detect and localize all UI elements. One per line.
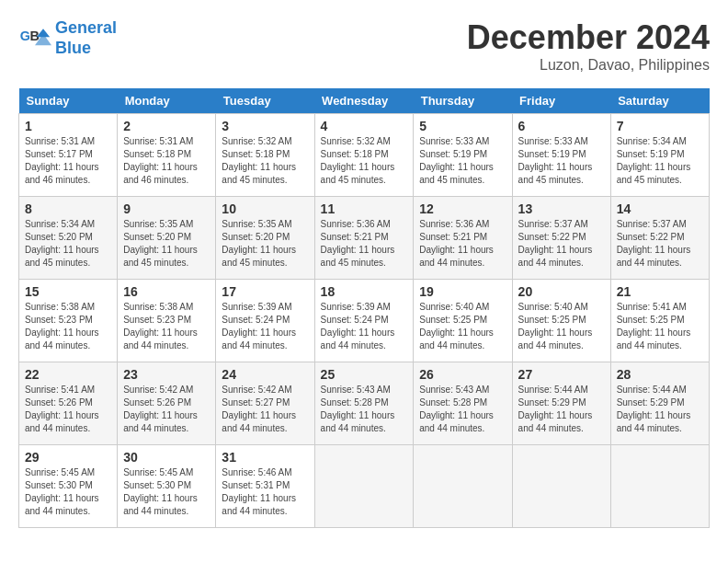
calendar-cell bbox=[314, 445, 414, 528]
day-number: 24 bbox=[222, 367, 308, 382]
day-info: Sunrise: 5:39 AMSunset: 5:24 PMDaylight:… bbox=[222, 301, 308, 352]
calendar-cell: 17Sunrise: 5:39 AMSunset: 5:24 PMDayligh… bbox=[216, 280, 314, 362]
calendar-week-3: 15Sunrise: 5:38 AMSunset: 5:23 PMDayligh… bbox=[19, 280, 710, 362]
calendar-cell bbox=[414, 445, 512, 528]
logo-blue: Blue bbox=[55, 39, 91, 57]
day-info: Sunrise: 5:42 AMSunset: 5:26 PMDaylight:… bbox=[123, 384, 210, 435]
day-number: 8 bbox=[25, 201, 111, 216]
day-info: Sunrise: 5:36 AMSunset: 5:21 PMDaylight:… bbox=[321, 218, 408, 270]
day-info: Sunrise: 5:32 AMSunset: 5:18 PMDaylight:… bbox=[222, 135, 308, 187]
day-number: 16 bbox=[123, 284, 210, 299]
calendar-cell: 11Sunrise: 5:36 AMSunset: 5:21 PMDayligh… bbox=[314, 197, 414, 280]
day-info: Sunrise: 5:31 AMSunset: 5:18 PMDaylight:… bbox=[123, 135, 210, 187]
calendar-cell: 25Sunrise: 5:43 AMSunset: 5:28 PMDayligh… bbox=[314, 362, 414, 445]
calendar-cell: 13Sunrise: 5:37 AMSunset: 5:22 PMDayligh… bbox=[512, 197, 610, 280]
day-info: Sunrise: 5:34 AMSunset: 5:20 PMDaylight:… bbox=[25, 218, 111, 270]
header-sunday: Sunday bbox=[19, 88, 118, 114]
header-saturday: Saturday bbox=[610, 88, 709, 114]
calendar-cell: 19Sunrise: 5:40 AMSunset: 5:25 PMDayligh… bbox=[414, 280, 512, 362]
calendar-cell bbox=[610, 445, 709, 528]
calendar-cell: 15Sunrise: 5:38 AMSunset: 5:23 PMDayligh… bbox=[19, 280, 118, 362]
day-number: 10 bbox=[222, 201, 308, 216]
day-number: 4 bbox=[321, 119, 408, 133]
title-section: December 2024 Luzon, Davao, Philippines bbox=[467, 18, 710, 74]
day-info: Sunrise: 5:40 AMSunset: 5:25 PMDaylight:… bbox=[518, 301, 605, 352]
calendar-cell: 7Sunrise: 5:34 AMSunset: 5:19 PMDaylight… bbox=[610, 114, 709, 197]
header: G B General Blue December 2024 Luzon, Da… bbox=[18, 18, 710, 74]
calendar-cell: 6Sunrise: 5:33 AMSunset: 5:19 PMDaylight… bbox=[512, 114, 610, 197]
calendar-cell: 30Sunrise: 5:45 AMSunset: 5:30 PMDayligh… bbox=[118, 445, 216, 528]
day-number: 19 bbox=[419, 284, 506, 299]
calendar-cell: 10Sunrise: 5:35 AMSunset: 5:20 PMDayligh… bbox=[216, 197, 314, 280]
location-subtitle: Luzon, Davao, Philippines bbox=[467, 57, 710, 74]
day-info: Sunrise: 5:35 AMSunset: 5:20 PMDaylight:… bbox=[123, 218, 210, 270]
day-info: Sunrise: 5:45 AMSunset: 5:30 PMDaylight:… bbox=[25, 466, 111, 518]
day-info: Sunrise: 5:41 AMSunset: 5:26 PMDaylight:… bbox=[25, 384, 111, 435]
day-info: Sunrise: 5:45 AMSunset: 5:30 PMDaylight:… bbox=[123, 466, 210, 518]
logo: G B General Blue bbox=[18, 18, 117, 58]
calendar-cell: 27Sunrise: 5:44 AMSunset: 5:29 PMDayligh… bbox=[512, 362, 610, 445]
header-tuesday: Tuesday bbox=[216, 88, 314, 114]
day-number: 17 bbox=[222, 284, 308, 299]
calendar-cell: 22Sunrise: 5:41 AMSunset: 5:26 PMDayligh… bbox=[19, 362, 118, 445]
day-info: Sunrise: 5:40 AMSunset: 5:25 PMDaylight:… bbox=[419, 301, 506, 352]
day-info: Sunrise: 5:36 AMSunset: 5:21 PMDaylight:… bbox=[419, 218, 506, 270]
calendar-week-4: 22Sunrise: 5:41 AMSunset: 5:26 PMDayligh… bbox=[19, 362, 710, 445]
day-number: 11 bbox=[321, 201, 408, 216]
calendar-cell: 18Sunrise: 5:39 AMSunset: 5:24 PMDayligh… bbox=[314, 280, 414, 362]
calendar-cell: 5Sunrise: 5:33 AMSunset: 5:19 PMDaylight… bbox=[414, 114, 512, 197]
day-number: 29 bbox=[25, 450, 111, 465]
calendar-cell: 9Sunrise: 5:35 AMSunset: 5:20 PMDaylight… bbox=[118, 197, 216, 280]
day-number: 15 bbox=[25, 284, 111, 299]
day-info: Sunrise: 5:46 AMSunset: 5:31 PMDaylight:… bbox=[222, 466, 308, 518]
day-number: 21 bbox=[617, 284, 703, 299]
day-info: Sunrise: 5:31 AMSunset: 5:17 PMDaylight:… bbox=[25, 135, 111, 187]
day-number: 28 bbox=[617, 367, 703, 382]
day-info: Sunrise: 5:37 AMSunset: 5:22 PMDaylight:… bbox=[617, 218, 703, 270]
header-friday: Friday bbox=[512, 88, 610, 114]
calendar-cell: 31Sunrise: 5:46 AMSunset: 5:31 PMDayligh… bbox=[216, 445, 314, 528]
logo-icon: G B bbox=[18, 22, 51, 55]
day-number: 14 bbox=[617, 201, 703, 216]
calendar-week-1: 1Sunrise: 5:31 AMSunset: 5:17 PMDaylight… bbox=[19, 114, 710, 197]
day-info: Sunrise: 5:38 AMSunset: 5:23 PMDaylight:… bbox=[123, 301, 210, 352]
day-info: Sunrise: 5:37 AMSunset: 5:22 PMDaylight:… bbox=[518, 218, 605, 270]
month-title: December 2024 bbox=[467, 18, 710, 57]
day-info: Sunrise: 5:34 AMSunset: 5:19 PMDaylight:… bbox=[617, 135, 703, 187]
day-number: 12 bbox=[419, 201, 506, 216]
calendar-header-row: Sunday Monday Tuesday Wednesday Thursday… bbox=[19, 88, 710, 114]
day-number: 13 bbox=[518, 201, 605, 216]
header-monday: Monday bbox=[118, 88, 216, 114]
day-number: 30 bbox=[123, 450, 210, 465]
header-thursday: Thursday bbox=[414, 88, 512, 114]
day-number: 25 bbox=[321, 367, 408, 382]
day-number: 20 bbox=[518, 284, 605, 299]
day-info: Sunrise: 5:44 AMSunset: 5:29 PMDaylight:… bbox=[617, 384, 703, 435]
calendar-week-2: 8Sunrise: 5:34 AMSunset: 5:20 PMDaylight… bbox=[19, 197, 710, 280]
day-info: Sunrise: 5:43 AMSunset: 5:28 PMDaylight:… bbox=[321, 384, 408, 435]
calendar-cell: 28Sunrise: 5:44 AMSunset: 5:29 PMDayligh… bbox=[610, 362, 709, 445]
day-info: Sunrise: 5:39 AMSunset: 5:24 PMDaylight:… bbox=[321, 301, 408, 352]
calendar-cell: 26Sunrise: 5:43 AMSunset: 5:28 PMDayligh… bbox=[414, 362, 512, 445]
calendar-cell: 16Sunrise: 5:38 AMSunset: 5:23 PMDayligh… bbox=[118, 280, 216, 362]
calendar-cell: 4Sunrise: 5:32 AMSunset: 5:18 PMDaylight… bbox=[314, 114, 414, 197]
calendar-cell: 23Sunrise: 5:42 AMSunset: 5:26 PMDayligh… bbox=[118, 362, 216, 445]
calendar-cell: 20Sunrise: 5:40 AMSunset: 5:25 PMDayligh… bbox=[512, 280, 610, 362]
day-info: Sunrise: 5:35 AMSunset: 5:20 PMDaylight:… bbox=[222, 218, 308, 270]
day-number: 1 bbox=[25, 119, 111, 133]
day-number: 2 bbox=[123, 119, 210, 133]
calendar-cell: 14Sunrise: 5:37 AMSunset: 5:22 PMDayligh… bbox=[610, 197, 709, 280]
day-info: Sunrise: 5:43 AMSunset: 5:28 PMDaylight:… bbox=[419, 384, 506, 435]
header-wednesday: Wednesday bbox=[314, 88, 414, 114]
calendar-cell: 1Sunrise: 5:31 AMSunset: 5:17 PMDaylight… bbox=[19, 114, 118, 197]
day-number: 6 bbox=[518, 119, 605, 133]
calendar-cell bbox=[512, 445, 610, 528]
day-number: 7 bbox=[617, 119, 703, 133]
calendar-table: Sunday Monday Tuesday Wednesday Thursday… bbox=[18, 88, 710, 528]
calendar-cell: 3Sunrise: 5:32 AMSunset: 5:18 PMDaylight… bbox=[216, 114, 314, 197]
day-info: Sunrise: 5:44 AMSunset: 5:29 PMDaylight:… bbox=[518, 384, 605, 435]
day-number: 9 bbox=[123, 201, 210, 216]
calendar-cell: 24Sunrise: 5:42 AMSunset: 5:27 PMDayligh… bbox=[216, 362, 314, 445]
day-info: Sunrise: 5:32 AMSunset: 5:18 PMDaylight:… bbox=[321, 135, 408, 187]
calendar-cell: 29Sunrise: 5:45 AMSunset: 5:30 PMDayligh… bbox=[19, 445, 118, 528]
